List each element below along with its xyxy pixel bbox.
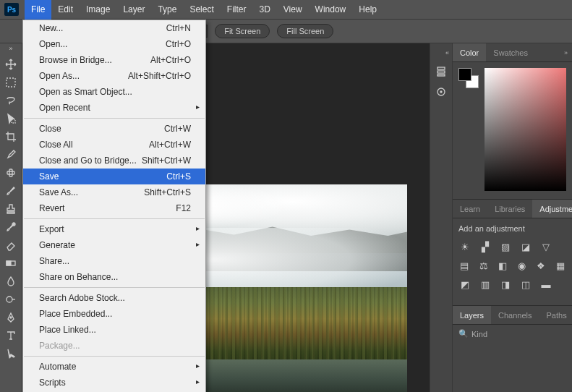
- tab-learn[interactable]: Learn: [453, 200, 487, 218]
- path-select-tool[interactable]: [2, 346, 20, 362]
- menu-item-save-as[interactable]: Save As...Shift+Ctrl+S: [23, 184, 205, 200]
- tab-swatches[interactable]: Swatches: [486, 43, 535, 61]
- menu-separator: [24, 218, 205, 219]
- fg-bg-swatch[interactable]: [458, 68, 479, 88]
- foreground-color-swatch[interactable]: [458, 68, 471, 81]
- bw-icon[interactable]: ◧: [497, 259, 509, 272]
- menu-layer[interactable]: Layer: [116, 0, 151, 20]
- move-tool[interactable]: [2, 56, 20, 72]
- menu-select[interactable]: Select: [183, 0, 220, 20]
- menu-type[interactable]: Type: [151, 0, 183, 20]
- menu-help[interactable]: Help: [352, 0, 383, 20]
- menu-item-search-adobe-stock[interactable]: Search Adobe Stock...: [23, 290, 205, 306]
- properties-panel-icon[interactable]: [433, 84, 449, 100]
- tools-expand-icon[interactable]: »: [9, 45, 12, 52]
- brush-tool[interactable]: [2, 183, 20, 199]
- svg-rect-9: [437, 67, 445, 69]
- menu-item-open-as[interactable]: Open As...Alt+Shift+Ctrl+O: [23, 68, 205, 84]
- menu-item-close-all[interactable]: Close AllAlt+Ctrl+W: [23, 137, 205, 153]
- tab-libraries[interactable]: Libraries: [487, 200, 532, 218]
- menu-item-browse-in-bridge[interactable]: Browse in Bridge...Alt+Ctrl+O: [23, 52, 205, 68]
- menu-view[interactable]: View: [277, 0, 309, 20]
- threshold-icon[interactable]: ◨: [499, 278, 512, 291]
- eraser-tool[interactable]: [2, 237, 20, 253]
- svg-point-7: [7, 297, 12, 302]
- menu-item-scripts[interactable]: Scripts: [23, 375, 205, 391]
- gradient-map-icon[interactable]: ▬: [539, 278, 552, 291]
- menu-item-label: Open Recent: [39, 103, 191, 113]
- pen-tool[interactable]: [2, 310, 20, 325]
- invert-icon[interactable]: ◩: [458, 278, 471, 291]
- menu-edit[interactable]: Edit: [51, 0, 80, 20]
- menu-item-automate[interactable]: Automate: [23, 359, 205, 375]
- balance-icon[interactable]: ⚖: [478, 259, 490, 272]
- selective-icon[interactable]: ◫: [519, 278, 532, 291]
- tab-channels[interactable]: Channels: [491, 306, 539, 324]
- vibrance-icon[interactable]: ▽: [539, 240, 552, 253]
- tab-layers[interactable]: Layers: [453, 306, 491, 324]
- menu-item-close[interactable]: CloseCtrl+W: [23, 121, 205, 137]
- menu-item-place-embedded[interactable]: Place Embedded...: [23, 306, 205, 322]
- menu-item-revert[interactable]: RevertF12: [23, 200, 205, 216]
- menu-filter[interactable]: Filter: [221, 0, 253, 20]
- marquee-tool[interactable]: [2, 74, 20, 90]
- dodge-tool[interactable]: [2, 291, 20, 307]
- svg-rect-0: [7, 78, 15, 87]
- photo-filter-icon[interactable]: ◉: [516, 259, 529, 272]
- adjustments-panel-tabs: Learn Libraries Adjustment: [453, 200, 572, 218]
- history-brush-tool[interactable]: [2, 219, 20, 235]
- menu-item-new[interactable]: New...Ctrl+N: [23, 20, 205, 36]
- color-panel-tabs: Color Swatches »: [453, 43, 572, 62]
- exposure-icon[interactable]: ◪: [519, 240, 532, 253]
- lookup-icon[interactable]: ▦: [555, 259, 567, 272]
- menu-item-save[interactable]: SaveCtrl+S: [23, 169, 205, 184]
- crop-tool[interactable]: [2, 129, 20, 145]
- svg-rect-2: [7, 171, 14, 174]
- menu-item-generate[interactable]: Generate: [23, 237, 205, 253]
- menu-item-close-and-go-to-bridge[interactable]: Close and Go to Bridge...Shift+Ctrl+W: [23, 153, 205, 169]
- menu-item-open-recent[interactable]: Open Recent: [23, 100, 205, 116]
- menu-image[interactable]: Image: [80, 0, 116, 20]
- quick-select-tool[interactable]: [2, 111, 20, 127]
- search-icon[interactable]: 🔍: [458, 329, 469, 338]
- menu-item-share[interactable]: Share...: [23, 253, 205, 269]
- hue-icon[interactable]: ▤: [458, 259, 471, 272]
- menu-file[interactable]: File: [25, 0, 51, 20]
- channel-mixer-icon[interactable]: ❖: [535, 259, 547, 272]
- menu-item-place-linked[interactable]: Place Linked...: [23, 322, 205, 338]
- layer-kind-label[interactable]: Kind: [471, 330, 487, 338]
- eyedropper-tool[interactable]: [2, 147, 20, 163]
- color-picker-field[interactable]: [485, 68, 566, 191]
- color-panel: [453, 62, 572, 200]
- menu-window[interactable]: Window: [309, 0, 353, 20]
- blur-tool[interactable]: [2, 273, 20, 289]
- tab-paths[interactable]: Paths: [539, 306, 572, 324]
- fit-screen-button[interactable]: Fit Screen: [215, 24, 270, 38]
- type-tool[interactable]: [2, 328, 20, 344]
- menu-item-open-as-smart-object[interactable]: Open as Smart Object...: [23, 84, 205, 100]
- panels-collapse-icon[interactable]: «: [445, 49, 449, 56]
- history-panel-icon[interactable]: [433, 64, 449, 80]
- lasso-tool[interactable]: [2, 93, 20, 108]
- stamp-tool[interactable]: [2, 201, 20, 217]
- tab-adjustments[interactable]: Adjustment: [532, 200, 572, 218]
- menu-item-export[interactable]: Export: [23, 221, 205, 237]
- menu-item-open[interactable]: Open...Ctrl+O: [23, 36, 205, 52]
- curves-icon[interactable]: ▨: [499, 240, 512, 253]
- menu-item-shortcut: Alt+Ctrl+O: [150, 55, 191, 65]
- menu-item-label: Export: [39, 224, 191, 234]
- healing-tool[interactable]: [2, 165, 20, 181]
- layers-panel-tabs: Layers Channels Paths: [453, 306, 572, 325]
- layers-filter-row: 🔍 Kind: [453, 325, 572, 343]
- levels-icon[interactable]: ▞: [479, 240, 492, 253]
- tab-color[interactable]: Color: [453, 43, 486, 61]
- gradient-tool[interactable]: [2, 255, 20, 271]
- menu-separator: [24, 287, 205, 288]
- menu-item-share-on-behance[interactable]: Share on Behance...: [23, 269, 205, 285]
- panels-collapse-icon[interactable]: »: [560, 43, 572, 61]
- menu-3d[interactable]: 3D: [252, 0, 276, 20]
- menu-separator: [24, 356, 205, 357]
- brightness-icon[interactable]: ☀: [458, 240, 471, 253]
- fill-screen-button[interactable]: Fill Screen: [277, 24, 333, 38]
- posterize-icon[interactable]: ▥: [479, 278, 492, 291]
